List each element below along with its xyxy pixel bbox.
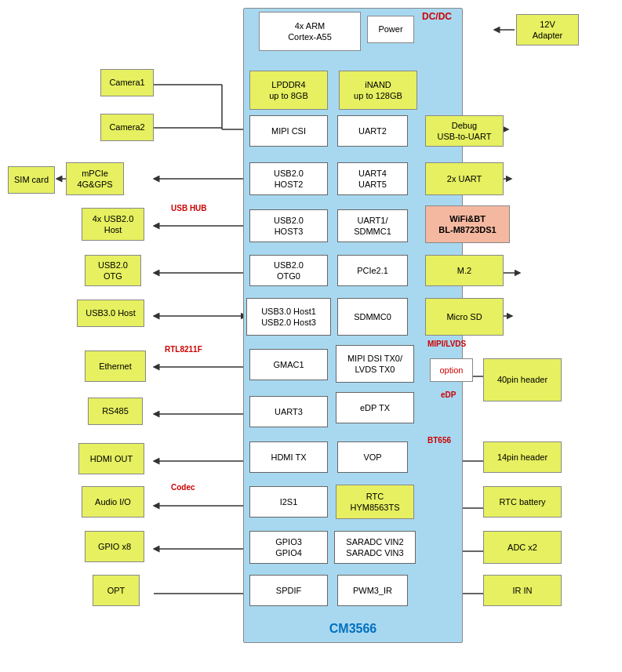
rs485-block: RS485 bbox=[88, 398, 143, 425]
wifibt-block: WiFi&BT BL-M8723DS1 bbox=[425, 205, 510, 243]
chip-title: CM3566 bbox=[244, 622, 462, 636]
power-block: Power bbox=[367, 16, 414, 43]
vop-block: VOP bbox=[337, 441, 408, 473]
lpddr4-block: LPDDR4 up to 8GB bbox=[249, 71, 328, 110]
codec-label: Codec bbox=[171, 483, 195, 492]
opt-block: OPT bbox=[93, 575, 140, 606]
usb30host-block: USB3.0 Host bbox=[77, 300, 144, 327]
uart45-block: UART4 UART5 bbox=[337, 162, 408, 195]
pcie21-block: PCIe2.1 bbox=[337, 255, 408, 286]
mipicsi-block: MIPI CSI bbox=[249, 115, 328, 147]
ethernet-block: Ethernet bbox=[85, 351, 146, 382]
sdmmc0-block: SDMMC0 bbox=[337, 298, 408, 336]
pin14-block: 14pin header bbox=[483, 441, 562, 473]
cpu-block: 4x ARM Cortex-A55 bbox=[259, 12, 361, 51]
inand-block: iNAND up to 128GB bbox=[339, 71, 417, 110]
usb20host-block: 4x USB2.0 Host bbox=[82, 208, 144, 241]
uart2x-block: 2x UART bbox=[425, 162, 504, 195]
audioio-block: Audio I/O bbox=[82, 486, 144, 518]
uart3-block: UART3 bbox=[249, 396, 328, 427]
uart1sdmmc1-block: UART1/ SDMMC1 bbox=[337, 209, 408, 242]
camera2-block: Camera2 bbox=[100, 114, 154, 141]
option-block: option bbox=[430, 358, 473, 382]
hdmiout-block: HDMI OUT bbox=[78, 443, 144, 474]
edptx-block: eDP TX bbox=[336, 392, 414, 423]
pwm3ir-block: PWM3_IR bbox=[337, 575, 408, 606]
hdmitx-block: HDMI TX bbox=[249, 441, 328, 473]
saradc-block: SARADC VIN2 SARADC VIN3 bbox=[334, 531, 416, 564]
spdif-block: SPDIF bbox=[249, 575, 328, 606]
debugusb-block: Debug USB-to-UART bbox=[425, 115, 504, 147]
usb30host1-block: USB3.0 Host1 USB2.0 Host3 bbox=[246, 298, 331, 336]
usbhub-label: USB HUB bbox=[171, 204, 207, 212]
microsd-block: Micro SD bbox=[425, 298, 504, 336]
irin-block: IR IN bbox=[483, 575, 562, 606]
dcdc-label: DC/DC bbox=[422, 11, 452, 22]
gpio34-block: GPIO3 GPIO4 bbox=[249, 531, 328, 564]
camera1-block: Camera1 bbox=[100, 69, 154, 96]
rtcbattery-block: RTC battery bbox=[483, 486, 562, 518]
mpcie-block: mPCIe 4G&GPS bbox=[66, 162, 124, 195]
gmac1-block: GMAC1 bbox=[249, 349, 328, 380]
rtl8211f-label: RTL8211F bbox=[165, 345, 202, 354]
gpiox8-block: GPIO x8 bbox=[85, 531, 144, 562]
mipilvds-label: MIPI/LVDS bbox=[427, 340, 466, 348]
simcard-block: SIM card bbox=[8, 166, 55, 194]
bt656-label: BT656 bbox=[427, 436, 451, 445]
pin40-block: 40pin header bbox=[483, 358, 562, 401]
mipidsi-block: MIPI DSI TX0/ LVDS TX0 bbox=[336, 345, 414, 383]
edp-label: eDP bbox=[441, 390, 456, 399]
rtc-block: RTC HYM8563TS bbox=[336, 485, 414, 519]
diagram-container: CM3566 4x ARM Cortex-A55 Power DC/DC 12V… bbox=[0, 0, 622, 672]
i2s1-block: I2S1 bbox=[249, 486, 328, 518]
usb20otg-block: USB2.0 OTG bbox=[85, 255, 141, 286]
adcx2-block: ADC x2 bbox=[483, 531, 562, 564]
usb20host3-block: USB2.0 HOST3 bbox=[249, 209, 328, 242]
m2-block: M.2 bbox=[425, 255, 504, 286]
usb20host2-block: USB2.0 HOST2 bbox=[249, 162, 328, 195]
usb20otg0-block: USB2.0 OTG0 bbox=[249, 255, 328, 286]
uart2-block: UART2 bbox=[337, 115, 408, 147]
adapter-block: 12V Adapter bbox=[516, 14, 579, 45]
